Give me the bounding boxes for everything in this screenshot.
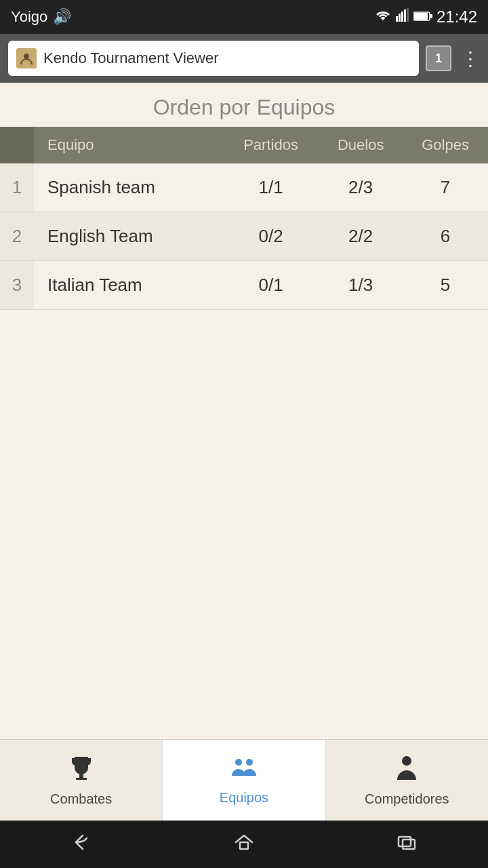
home-button[interactable] [233,833,255,856]
nav-competidores[interactable]: Competidores [326,740,488,821]
svg-rect-16 [403,840,415,849]
svg-point-13 [402,756,411,766]
table-container: Equipo Partidos Duelos Golpes 1Spanish t… [0,127,488,739]
nav-competidores-label: Competidores [365,791,449,807]
table-row: 2English Team0/22/26 [0,212,488,261]
team-cell: Spanish team [34,163,223,212]
svg-rect-10 [76,778,87,780]
duelos-cell: 1/3 [319,261,403,310]
table-row: 1Spanish team1/12/37 [0,163,488,212]
battery-icon [413,8,432,26]
header-partidos: Partidos [223,127,319,163]
person-icon [394,754,419,787]
svg-rect-6 [414,13,428,20]
rank-cell: 1 [0,163,34,212]
time: 21:42 [436,7,477,26]
status-left: Yoigo 🔊 [11,8,71,26]
page-title-section: Orden por Equipos [0,83,488,127]
address-bar: Kendo Tournament Viewer 1 ⋮ [0,34,488,83]
golpes-cell: 5 [403,261,488,310]
svg-rect-15 [399,837,411,846]
partidos-cell: 0/2 [223,212,319,261]
duelos-cell: 2/3 [319,163,403,212]
duelos-cell: 2/2 [319,212,403,261]
bottom-nav: Combates Equipos Competidores [0,739,488,821]
signal-icon [396,8,409,26]
header-equipo: Equipo [34,127,223,163]
svg-point-11 [235,759,242,766]
trophy-icon [68,754,95,787]
status-bar: Yoigo 🔊 21:42 [0,0,488,34]
app-favicon [16,48,37,68]
header-duelos: Duelos [319,127,403,163]
svg-rect-7 [430,14,432,18]
nav-equipos-label: Equipos [220,790,268,806]
svg-rect-3 [404,9,406,22]
status-right: 21:42 [374,7,477,26]
tab-count-button[interactable]: 1 [426,45,451,71]
browser-actions: 1 ⋮ [426,45,480,71]
back-button[interactable] [70,833,92,856]
header-rank [0,127,34,163]
recents-button[interactable] [396,833,418,856]
page-title: Orden por Equipos [0,95,488,120]
golpes-cell: 6 [403,212,488,261]
team-cell: Italian Team [34,261,223,310]
carrier-name: Yoigo [11,8,47,26]
svg-rect-4 [407,8,409,22]
svg-point-12 [246,759,253,766]
rank-cell: 3 [0,261,34,310]
nav-combates-label: Combates [50,791,112,807]
rankings-table: Equipo Partidos Duelos Golpes 1Spanish t… [0,127,488,310]
header-golpes: Golpes [403,127,488,163]
teams-icon [229,755,259,786]
svg-point-8 [24,54,29,59]
android-system-bar [0,821,488,868]
url-text: Kendo Tournament Viewer [43,50,218,67]
svg-rect-1 [399,14,401,22]
rank-cell: 2 [0,212,34,261]
table-header: Equipo Partidos Duelos Golpes [0,127,488,163]
address-input[interactable]: Kendo Tournament Viewer [8,41,419,76]
partidos-cell: 1/1 [223,163,319,212]
table-body: 1Spanish team1/12/372English Team0/22/26… [0,163,488,310]
volume-icon: 🔊 [53,8,71,26]
team-cell: English Team [34,212,223,261]
wifi-icon [374,8,392,26]
nav-equipos[interactable]: Equipos [163,740,325,821]
partidos-cell: 0/1 [223,261,319,310]
svg-rect-2 [401,12,403,22]
nav-combates[interactable]: Combates [0,740,163,821]
browser-menu-button[interactable]: ⋮ [461,47,480,70]
table-row: 3Italian Team0/11/35 [0,261,488,310]
golpes-cell: 7 [403,163,488,212]
svg-rect-9 [79,774,83,778]
svg-rect-14 [240,842,248,849]
svg-rect-0 [396,16,398,22]
